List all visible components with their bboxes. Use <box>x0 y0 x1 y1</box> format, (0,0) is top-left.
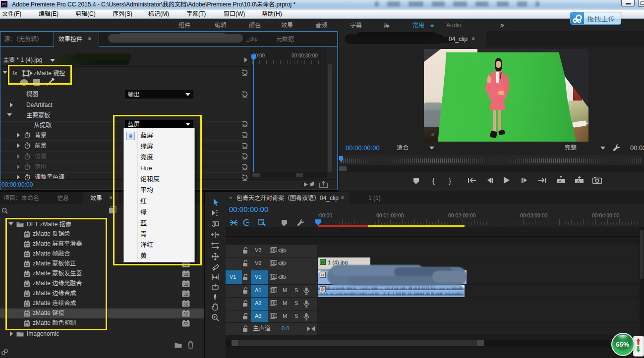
svg-text:A: A <box>577 179 580 184</box>
svg-text:A: A <box>559 179 562 184</box>
svg-text:32: 32 <box>183 292 188 297</box>
svg-text:32: 32 <box>183 302 188 307</box>
svg-text:32: 32 <box>183 272 188 277</box>
svg-text:32: 32 <box>183 282 188 287</box>
svg-text:32: 32 <box>183 311 188 316</box>
svg-text:32: 32 <box>183 321 188 326</box>
